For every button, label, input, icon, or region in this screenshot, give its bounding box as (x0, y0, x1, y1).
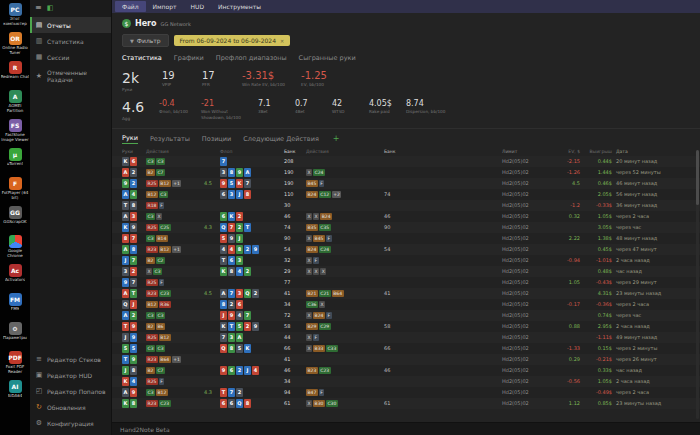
action-chip: R25 (146, 279, 158, 286)
sidebar-item-popup-editor[interactable]: ◰Редактор Попапов (30, 383, 111, 399)
won-value: -1.11$ (584, 334, 616, 340)
action-chip: B45 (313, 235, 325, 242)
pot-size: 74 (284, 224, 306, 230)
card-8s: 8 (228, 267, 235, 276)
table-row[interactable]: A4B12C363J8110B24C12+274Hd2(05)022.05$56… (112, 189, 700, 200)
action-chip: +1 (172, 246, 182, 253)
preflop-actions: C3B12 (146, 389, 204, 396)
desktop-icon-online-radio[interactable]: OROnline Radio Tuner (0, 32, 30, 60)
table-row[interactable]: K9R25C254.3Q72T74B35C3590Hd2(05)023.05$ч… (112, 222, 700, 233)
sidebar-item-statistics[interactable]: ▥Статистика (30, 33, 111, 49)
table-row[interactable]: J8B2C7962J446B23C2346Hd2(05)020.33$час н… (112, 365, 700, 376)
scrollbar[interactable] (696, 150, 699, 419)
table-row[interactable]: K6C3C37208Hd2(05)02-2.150.44$20 минут на… (112, 156, 700, 167)
postflop-actions: XB45F (306, 235, 384, 242)
sidebar-item-label: Отчеты (47, 22, 71, 29)
close-icon[interactable]: ✕ (280, 38, 284, 44)
card-7s: 7 (244, 179, 251, 188)
sidebar-item-stack-editor[interactable]: ≡Редактор Стеков (30, 351, 111, 367)
sidebar-item-sessions[interactable]: ▦Сессии (30, 49, 111, 65)
action-chip: B24 (306, 246, 318, 253)
stat-label: Флоп, bb/100 (159, 109, 188, 114)
funnel-icon: ▼ (130, 38, 134, 44)
plus-icon[interactable]: + (333, 134, 340, 143)
hand-time: через час (616, 312, 690, 318)
date-range-badge[interactable]: From 06-09-2024 to 06-09-2024 ✕ (174, 35, 291, 46)
card-5d: 5 (130, 344, 137, 353)
table-row[interactable]: A8R23B12+14482954B24C2454Hd2(05)020.45$ч… (112, 244, 700, 255)
menu-hud[interactable]: HUD (184, 1, 212, 12)
desktop-icon-label: Redream Chat (1, 75, 30, 80)
sidebar-item-hud-editor[interactable]: ▣Редактор HUD (30, 367, 111, 383)
stake-label: Hd2(05)02 (502, 345, 554, 351)
desktop-icon-faststone[interactable]: FSFastStone Image Viewer (0, 119, 30, 147)
table-tab-next-actions[interactable]: Следующие Действия (243, 135, 319, 143)
table-row[interactable]: T9R23B64+141Hd2(05)020.29-0.21$через 26 … (112, 354, 700, 365)
hole-cards: K6 (122, 157, 146, 166)
stat-value: 42 (332, 99, 356, 108)
tab-played-hands[interactable]: Сыгранные руки (299, 54, 356, 63)
hole-cards: J8 (122, 366, 146, 375)
desktop-icon-ggscrapok[interactable]: GGGGScrapOK (0, 206, 30, 234)
stat-pfr: 17PFR (202, 70, 226, 87)
table-row[interactable]: 92R25B12+14.595K7190B45FHd2(05)024.50.46… (112, 178, 700, 189)
table-row[interactable]: 87C3B1459J90XB45FHd2(05)022.221.38$48 ми… (112, 233, 700, 244)
action-chip: F (313, 334, 319, 341)
menu-tools[interactable]: Инструменты (211, 1, 268, 12)
desktop-icon-fm9[interactable]: FMFM9 (0, 293, 30, 321)
hole-cards: A2 (122, 311, 146, 320)
table-tab-results[interactable]: Результаты (150, 135, 190, 143)
sidebar-item-marked-hands[interactable]: ★Отмеченные Раздачи (30, 65, 111, 87)
action-chip: C3 (153, 268, 162, 275)
desktop-icon-fotplayer[interactable]: FFotPlayer (64 bit) (0, 177, 30, 205)
stat-value: -0.4 (159, 99, 188, 108)
table-row[interactable]: T8R18F30Hd2(05)02-1.2-0.33$36 минут наза… (112, 200, 700, 211)
filter-button[interactable]: ▼ Фильтр (122, 34, 169, 47)
table-row[interactable]: ATR23C234.5A73Q241B21C21B6441Hd2(05)024.… (112, 288, 700, 299)
desktop-icon-params[interactable]: ⚙Параметры (0, 322, 30, 350)
card-Qd: Q (220, 223, 227, 232)
action-chip: B21 (306, 290, 318, 297)
action-chip: C3 (159, 191, 168, 198)
table-row[interactable]: K8R23C2366Q861XB30C3061Hd2(05)021.120.85… (112, 398, 700, 409)
postflop-actions: XB30C30 (306, 400, 384, 407)
table-row[interactable]: J9R25B1273A44XFHd2(05)02-1.11$49 минут н… (112, 332, 700, 343)
pot-size: 94 (284, 389, 306, 395)
scrollbar-thumb[interactable] (696, 150, 699, 205)
menu-import[interactable]: Импорт (146, 1, 184, 12)
table-row[interactable]: A9C3B124.3T7294B47FHd2(05)02-0.49$через … (112, 387, 700, 398)
table-row[interactable]: T9B2B6KT52958B29C2958Hd2(05)020.882.95$2… (112, 321, 700, 332)
table-row[interactable]: 32XC3K84229XXXHd2(05)020.48$час назад (112, 266, 700, 277)
tab-statistics[interactable]: Статистика (122, 54, 162, 63)
status-text: Hand2Note Beta (120, 426, 170, 433)
tab-graphs[interactable]: Графики (174, 54, 204, 63)
desktop-icon-redream[interactable]: RRedream Chat (0, 61, 30, 89)
desktop-icon-aomei[interactable]: AAOMEI Partition (0, 90, 30, 118)
menu-file[interactable]: Файл (115, 1, 146, 12)
action-chip: C2 (156, 257, 165, 264)
table-row[interactable]: J7B2C2T6332XFHd2(05)02-0.94-1.01$2 часа … (112, 255, 700, 266)
sidebar-item-reports[interactable]: ▤Отчеты (30, 17, 111, 33)
table-row[interactable]: 97R25F77Hd2(05)021.05-0.43$через 29 мину… (112, 277, 700, 288)
stat-value: 7.1 (258, 99, 282, 108)
menu-icon[interactable]: ≡ (35, 3, 42, 12)
hole-cards: 92 (122, 179, 146, 188)
table-row[interactable]: A3C3X6K246XXB2446Hd2(05)020.321.05$через… (112, 211, 700, 222)
table-row[interactable]: 55C3C3Q85K66XB33C3366Hd2(05)02-1.330.15$… (112, 343, 700, 354)
desktop-icon-pdf-reader[interactable]: PDFFoxit PDF Reader (0, 351, 30, 379)
sidebar-item-updates[interactable]: ↻Обновления (30, 399, 111, 415)
table-row[interactable]: QJB12R3682634C36XHd2(05)02-0.17-0.36$чер… (112, 299, 700, 310)
tab-preflop-ranges[interactable]: Префлоп диапазоны (216, 54, 287, 63)
table-row[interactable]: A2C3C3J94772XB24FHd2(05)020.74$через час (112, 310, 700, 321)
table-row[interactable]: A2B2C7389A190XC24Hd2(05)02-1.261.44$чере… (112, 167, 700, 178)
sidebar-item-configuration[interactable]: ⚙Конфигурация (30, 415, 111, 431)
table-tab-positions[interactable]: Позиции (202, 135, 231, 143)
card-9d: 9 (130, 333, 137, 342)
desktop-icon-aida64[interactable]: AIAIDA64 (0, 380, 30, 408)
desktop-icon-this-pc[interactable]: PCЭтот компьютер (0, 3, 30, 31)
table-tab-hands[interactable]: Руки (122, 134, 138, 144)
table-row[interactable]: K4R25F34Hd2(05)02-0.561.05$2 часа назад (112, 376, 700, 387)
desktop-icon-chrome[interactable]: Google Chrome (0, 235, 30, 263)
desktop-icon-utorrent[interactable]: µuTorrent (0, 148, 30, 176)
desktop-icon-activators[interactable]: AcActivators (0, 264, 30, 292)
